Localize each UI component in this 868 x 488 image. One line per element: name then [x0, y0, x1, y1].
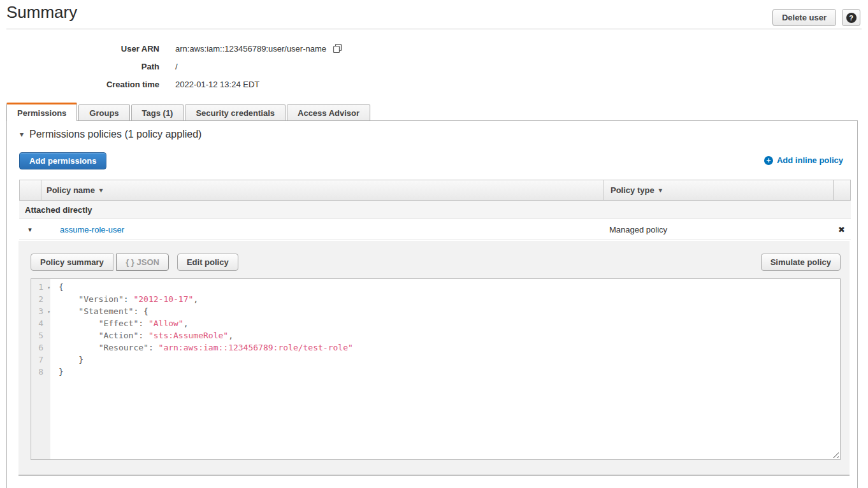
plus-circle-icon: +	[764, 156, 773, 165]
policy-detail-panel: Policy summary { } JSON Edit policy Simu…	[18, 241, 850, 476]
tab-security-credentials[interactable]: Security credentials	[185, 104, 286, 120]
row-expand-toggle[interactable]: ▾	[19, 226, 41, 234]
tab-tags[interactable]: Tags (1)	[131, 104, 184, 120]
policy-name-column-header[interactable]: Policy name ▾	[41, 180, 604, 200]
help-button[interactable]: ?	[842, 9, 860, 26]
permissions-policies-toggle[interactable]: ▾ Permissions policies (1 policy applied…	[20, 129, 201, 140]
editor-gutter: 1▾23▾45678	[31, 279, 50, 459]
user-arn-value: arn:aws:iam::123456789:user/user-name	[175, 44, 326, 54]
iam-user-summary-page: Summary Delete user ? User ARN arn:aws:i…	[0, 0, 868, 488]
permissions-policies-heading: Permissions policies (1 policy applied)	[29, 129, 201, 140]
policy-view-buttons: Policy summary { } JSON Edit policy	[31, 254, 238, 271]
delete-user-button[interactable]: Delete user	[772, 9, 836, 26]
add-inline-policy-label: Add inline policy	[777, 155, 843, 165]
creation-time-value: 2022-01-12 13:24 EDT	[175, 80, 259, 89]
creation-time-label: Creation time	[0, 80, 159, 89]
summary-fields: User ARN arn:aws:iam::123456789:user/use…	[0, 39, 343, 93]
permissions-tab-panel: ▾ Permissions policies (1 policy applied…	[6, 121, 858, 488]
expand-column-header	[20, 180, 41, 200]
editor-code[interactable]: { "Version": "2012-10-17", "Statement": …	[50, 279, 840, 459]
header-actions: Delete user ?	[772, 9, 860, 26]
tab-strip: Permissions Groups Tags (1) Security cre…	[6, 102, 858, 121]
simulate-policy-button[interactable]: Simulate policy	[761, 254, 841, 271]
policy-summary-button[interactable]: Policy summary	[31, 254, 113, 271]
policy-name-cell: assume-role-user	[41, 225, 603, 234]
path-row: Path /	[0, 57, 343, 75]
edit-policy-button[interactable]: Edit policy	[177, 254, 238, 271]
copy-arn-button[interactable]	[333, 43, 343, 54]
add-permissions-button[interactable]: Add permissions	[19, 152, 106, 169]
policy-table-header: Policy name ▾ Policy type ▾	[19, 180, 851, 201]
copy-icon	[333, 43, 343, 54]
policy-name-link[interactable]: assume-role-user	[60, 225, 124, 234]
help-icon: ?	[846, 13, 857, 23]
add-inline-policy-link[interactable]: + Add inline policy	[764, 155, 843, 165]
remove-column-header	[833, 180, 850, 200]
creation-time-row: Creation time 2022-01-12 13:24 EDT	[0, 75, 343, 93]
tab-permissions[interactable]: Permissions	[6, 103, 77, 121]
policy-type-header-label: Policy type	[611, 185, 655, 195]
sort-arrow-icon: ▾	[99, 187, 103, 194]
policy-type-column-header[interactable]: Policy type ▾	[604, 180, 833, 200]
json-policy-editor[interactable]: 1▾23▾45678 { "Version": "2012-10-17", "S…	[31, 278, 841, 460]
page-title: Summary	[6, 3, 77, 22]
attached-directly-group-row: Attached directly	[19, 201, 851, 219]
remove-x-icon: ✖	[838, 225, 845, 234]
row-expand-triangle-icon: ▾	[28, 226, 32, 234]
remove-policy-button[interactable]: ✖	[832, 225, 851, 234]
policy-table: Policy name ▾ Policy type ▾ Attached dir…	[19, 180, 851, 240]
policy-type-cell: Managed policy	[603, 225, 832, 234]
path-label: Path	[0, 62, 159, 71]
path-value: /	[175, 62, 178, 71]
user-arn-row: User ARN arn:aws:iam::123456789:user/use…	[0, 39, 343, 57]
tab-groups[interactable]: Groups	[78, 104, 129, 120]
json-view-button[interactable]: { } JSON	[116, 254, 169, 271]
policy-name-header-label: Policy name	[47, 185, 95, 195]
tab-access-advisor[interactable]: Access Advisor	[287, 104, 370, 120]
user-arn-label: User ARN	[0, 44, 159, 54]
policy-view-toggle-group: Policy summary { } JSON	[31, 254, 169, 271]
collapse-triangle-icon: ▾	[20, 130, 24, 139]
sort-arrow-icon: ▾	[659, 187, 662, 194]
policy-row: ▾ assume-role-user Managed policy ✖	[19, 219, 851, 240]
header-divider	[6, 29, 862, 29]
